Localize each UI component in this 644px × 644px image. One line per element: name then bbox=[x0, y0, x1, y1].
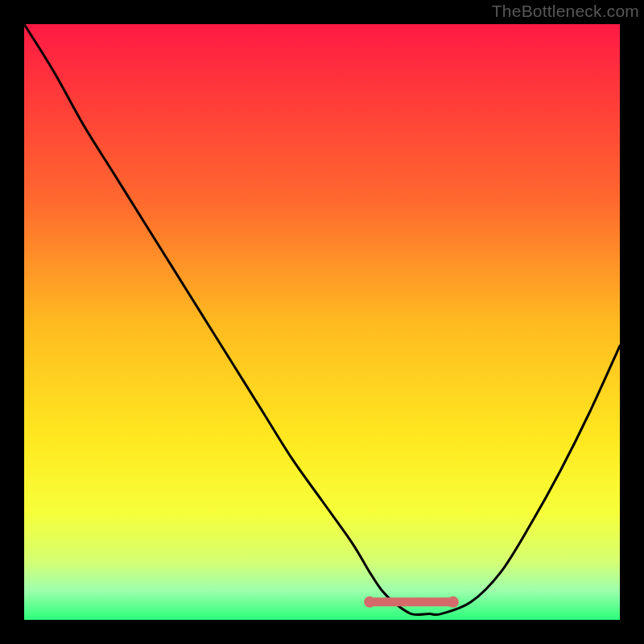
band-end-dot bbox=[448, 597, 459, 608]
plot-area bbox=[24, 24, 620, 620]
chart-svg bbox=[24, 24, 620, 620]
chart-frame: TheBottleneck.com bbox=[0, 0, 644, 644]
band-start-dot bbox=[364, 597, 375, 608]
watermark-text: TheBottleneck.com bbox=[492, 2, 639, 21]
gradient-background bbox=[24, 24, 620, 620]
